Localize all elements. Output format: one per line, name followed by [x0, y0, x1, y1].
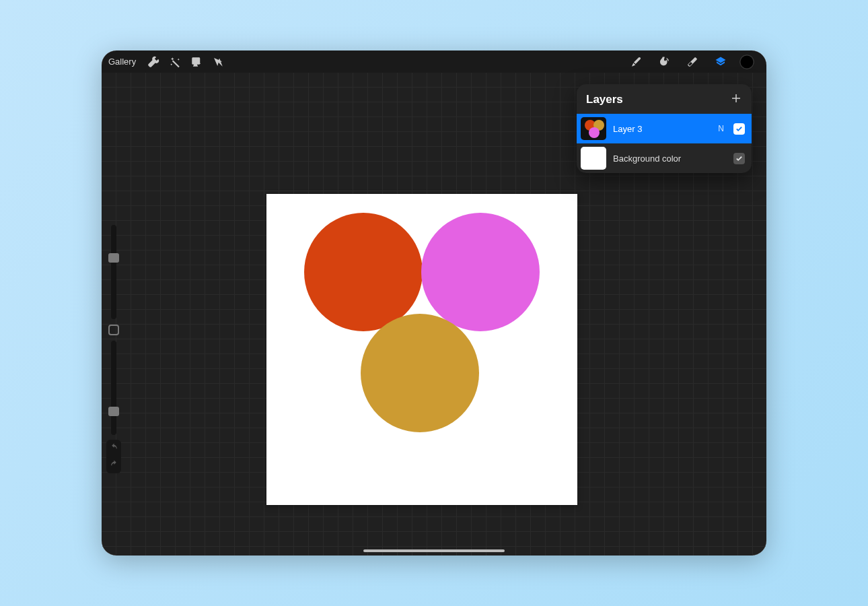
layers-panel: Layers Layer 3 N Background [577, 84, 752, 173]
tablet-frame: Gallery [102, 50, 766, 556]
layer-name: Background color [613, 154, 727, 164]
eraser-icon[interactable] [683, 53, 702, 71]
layer-blend-mode[interactable]: N [718, 124, 724, 133]
brush-size-thumb[interactable] [108, 253, 119, 263]
top-toolbar: Gallery [102, 50, 766, 73]
circle-gold [361, 314, 479, 432]
modifier-square[interactable] [108, 325, 119, 335]
brush-size-slider[interactable] [111, 225, 116, 319]
circle-pink [421, 213, 540, 331]
layers-icon[interactable] [711, 53, 730, 71]
layer-row[interactable]: Layer 3 N [577, 114, 752, 143]
undo-redo-group [106, 440, 121, 473]
opacity-thumb[interactable] [108, 407, 119, 416]
layer-name: Layer 3 [613, 124, 711, 134]
smudge-icon[interactable] [655, 53, 674, 71]
layer-visibility-checkbox[interactable] [733, 153, 745, 164]
color-swatch[interactable] [739, 55, 754, 69]
opacity-slider[interactable] [111, 341, 116, 435]
layer-thumbnail [581, 147, 606, 170]
toolbar-right-group [626, 53, 760, 71]
side-sliders [106, 225, 121, 435]
selection-icon[interactable] [187, 53, 206, 71]
redo-icon[interactable] [110, 459, 118, 471]
brush-icon[interactable] [626, 53, 645, 71]
add-layer-button[interactable] [730, 92, 742, 107]
layer-thumbnail [581, 117, 606, 140]
circle-red [304, 213, 423, 331]
toolbar-left-group: Gallery [108, 53, 227, 71]
arrow-icon[interactable] [209, 53, 227, 71]
layers-header: Layers [577, 84, 752, 114]
page-background: Gallery [0, 0, 868, 606]
home-indicator [363, 549, 505, 552]
artboard[interactable] [266, 194, 577, 505]
undo-icon[interactable] [110, 442, 118, 454]
layer-visibility-checkbox[interactable] [733, 123, 745, 135]
layers-title: Layers [586, 93, 623, 106]
wand-icon[interactable] [166, 53, 184, 71]
layer-row[interactable]: Background color [577, 143, 752, 173]
wrench-icon[interactable] [144, 53, 163, 71]
gallery-button[interactable]: Gallery [108, 57, 136, 67]
